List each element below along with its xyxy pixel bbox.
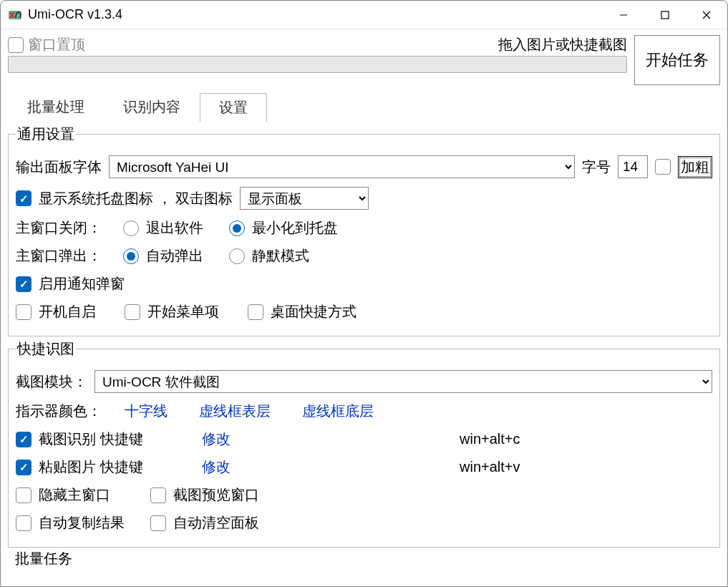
popup-silent-label: 静默模式 [252,246,309,266]
popup-silent-radio[interactable] [229,248,245,264]
notify-label: 启用通知弹窗 [39,274,125,294]
close-minimize-radio[interactable] [229,220,245,236]
startmenu-label: 开始菜单项 [147,302,219,321]
hide-window-label: 隐藏主窗口 [39,485,110,505]
tab-bar: 批量处理 识别内容 设置 [1,88,727,122]
on-close-label: 主窗口关闭： [16,218,102,238]
desktop-shortcut-checkbox[interactable] [248,304,263,320]
paste-hotkey-modify[interactable]: 修改 [202,459,230,475]
drop-hint: 拖入图片或快捷截图 [498,35,627,54]
tab-batch[interactable]: 批量处理 [8,92,104,122]
auto-copy-label: 自动复制结果 [39,513,125,533]
general-settings-legend: 通用设置 [16,125,76,144]
startup-checkbox[interactable] [16,304,31,320]
tab-result[interactable]: 识别内容 [104,92,200,122]
maximize-button[interactable] [644,1,686,29]
start-task-button[interactable]: 开始任务 [634,35,720,85]
auto-clear-checkbox[interactable] [150,515,166,531]
quick-capture-legend: 快捷识图 [16,339,76,359]
minimize-button[interactable] [603,1,644,29]
startmenu-checkbox[interactable] [125,304,140,320]
capture-module-label: 截图模块： [16,372,87,392]
crosshair-color-link[interactable]: 十字线 [125,402,168,421]
capture-module-select[interactable]: Umi-OCR 软件截图 [94,370,712,393]
paste-hotkey-label: 粘贴图片 快捷键 [39,457,143,477]
on-popup-label: 主窗口弹出： [16,246,102,266]
svg-rect-2 [661,11,669,19]
batch-task-legend: 批量任务 [8,548,720,568]
popup-auto-label: 自动弹出 [146,246,203,266]
popup-auto-radio[interactable] [123,248,139,264]
bold-label[interactable]: 加粗 [678,156,712,178]
bold-checkbox[interactable] [655,159,671,175]
paste-hotkey-checkbox[interactable] [16,460,31,475]
capture-hotkey-checkbox[interactable] [16,432,31,447]
font-label: 输出面板字体 [16,157,102,177]
capture-hotkey-modify[interactable]: 修改 [202,431,230,447]
close-exit-radio[interactable] [123,220,139,236]
auto-clear-label: 自动清空面板 [173,513,259,533]
auto-copy-checkbox[interactable] [16,515,31,531]
tray-icon-checkbox[interactable] [16,190,31,206]
window-controls [603,1,727,29]
titlebar: Umi-OCR v1.3.4 [1,1,727,29]
pin-window-label: 窗口置顶 [28,35,85,54]
tab-settings[interactable]: 设置 [200,93,267,122]
paste-hotkey-value: win+alt+v [460,459,520,475]
font-select[interactable]: Microsoft YaHei UI [109,155,575,178]
topbar: 窗口置顶 拖入图片或快捷截图 开始任务 [1,29,727,88]
dash-top-color-link[interactable]: 虚线框表层 [199,402,271,421]
capture-hotkey-value: win+alt+c [460,431,520,447]
preview-window-checkbox[interactable] [150,487,166,503]
preview-window-label: 截图预览窗口 [173,485,259,505]
startup-label: 开机自启 [39,302,96,321]
tray-action-select[interactable]: 显示面板 [240,187,369,210]
window-title: Umi-OCR v1.3.4 [28,7,603,22]
capture-hotkey-label: 截图识别 快捷键 [39,430,143,449]
tray-icon-label: 显示系统托盘图标 ， 双击图标 [39,189,233,208]
notify-checkbox[interactable] [16,276,31,292]
close-button[interactable] [686,1,727,29]
font-size-input[interactable] [618,155,648,178]
close-minimize-label: 最小化到托盘 [252,218,338,238]
general-settings-group: 通用设置 输出面板字体 Microsoft YaHei UI 字号 加粗 显示系… [8,125,720,336]
content-scroll[interactable]: 通用设置 输出面板字体 Microsoft YaHei UI 字号 加粗 显示系… [1,122,727,587]
indicator-color-label: 指示器颜色： [16,402,102,421]
dash-bottom-color-link[interactable]: 虚线框底层 [302,402,374,421]
pin-window-checkbox[interactable] [8,37,24,53]
desktop-shortcut-label: 桌面快捷方式 [271,302,356,321]
app-icon [8,8,22,22]
close-exit-label: 退出软件 [146,218,203,238]
hide-window-checkbox[interactable] [16,487,31,503]
font-size-label: 字号 [582,157,611,177]
quick-capture-group: 快捷识图 截图模块： Umi-OCR 软件截图 指示器颜色： 十字线 虚线框表层… [8,339,720,548]
progress-bar [8,56,627,73]
